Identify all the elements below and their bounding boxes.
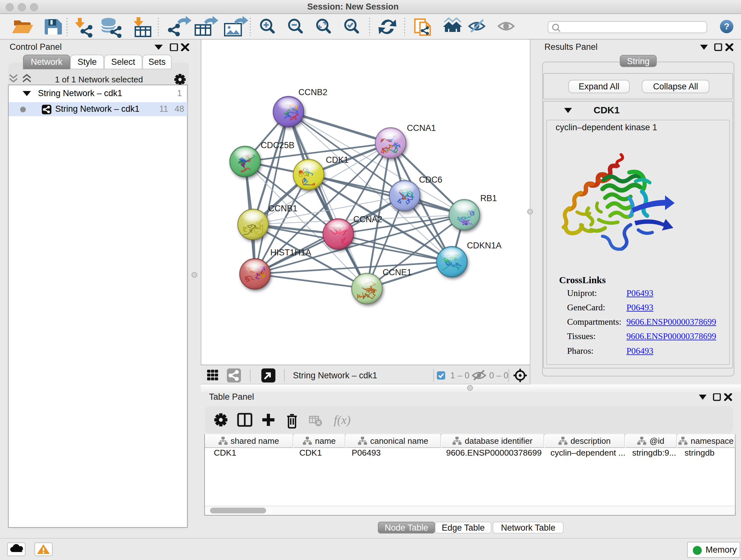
svg-text:CCNA2: CCNA2 (353, 214, 382, 224)
svg-text:CCNE1: CCNE1 (383, 267, 412, 277)
svg-text:0 – 0: 0 – 0 (489, 371, 509, 380)
svg-text:CDC6: CDC6 (419, 175, 442, 185)
svg-text:1 – 0: 1 – 0 (450, 371, 469, 380)
svg-text:CDK1: CDK1 (326, 155, 348, 165)
svg-text:String Network – cdk1: String Network – cdk1 (293, 371, 377, 380)
svg-text:RB1: RB1 (480, 193, 497, 203)
svg-text:CDC25B: CDC25B (261, 140, 294, 150)
svg-text:f(x): f(x) (334, 413, 351, 427)
svg-text:CCNA1: CCNA1 (407, 123, 436, 133)
svg-text:CDKN1A: CDKN1A (467, 241, 502, 250)
svg-text:CCNB1: CCNB1 (268, 204, 297, 213)
svg-text:HIST1H1A: HIST1H1A (270, 248, 311, 257)
svg-text:CCNB2: CCNB2 (298, 87, 327, 97)
